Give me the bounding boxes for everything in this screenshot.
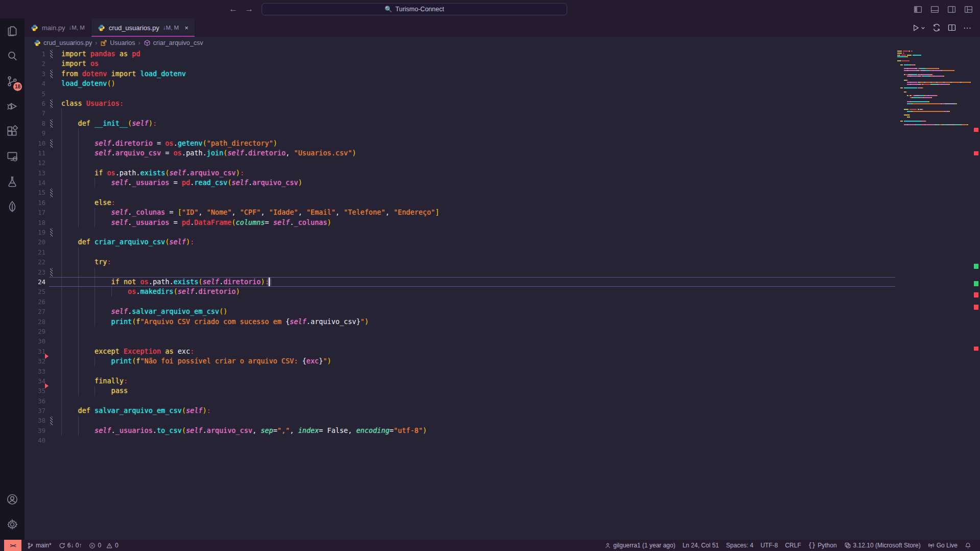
code-line[interactable]: 40 xyxy=(25,435,895,445)
line-number[interactable]: 33 xyxy=(25,366,49,376)
code-line[interactable]: 2import os xyxy=(25,59,895,68)
line-number[interactable]: 39 xyxy=(25,426,49,435)
line-number[interactable]: 13 xyxy=(25,168,49,178)
settings-gear-icon[interactable] xyxy=(0,512,25,537)
code-line[interactable]: 30 xyxy=(25,336,895,346)
code-line[interactable]: 11 self.arquivo_csv = os.path.join(self.… xyxy=(25,148,895,158)
code-line[interactable]: 1import pandas as pd xyxy=(25,49,895,59)
line-number[interactable]: 29 xyxy=(25,327,49,336)
code-line[interactable]: 32 print(f"Não foi possível criar o arqu… xyxy=(25,356,895,366)
code-line[interactable]: 8 def __init__(self): xyxy=(25,119,895,128)
editor-pane[interactable]: 1import pandas as pd2import os3from dote… xyxy=(25,49,980,540)
command-center-search[interactable]: 🔍 Turismo-Connect xyxy=(262,3,567,15)
line-number[interactable]: 9 xyxy=(25,128,49,138)
toggle-panel-icon[interactable] xyxy=(930,5,939,14)
split-editor-icon[interactable] xyxy=(948,24,956,32)
code-line[interactable]: 35 pass xyxy=(25,386,895,396)
code-line[interactable]: 17 self._colunas = ["ID", "Nome", "CPF",… xyxy=(25,208,895,217)
code-line[interactable]: 5 xyxy=(25,89,895,99)
line-number[interactable]: 19 xyxy=(25,227,49,237)
line-number[interactable]: 4 xyxy=(25,79,49,88)
code-line[interactable]: 20 def criar_arquivo_csv(self): xyxy=(25,237,895,247)
overview-ruler[interactable] xyxy=(973,49,980,540)
indentation-item[interactable]: Spaces: 4 xyxy=(722,540,757,551)
code-line[interactable]: 37 def salvar_arquivo_em_csv(self): xyxy=(25,406,895,416)
testing-icon[interactable] xyxy=(0,169,25,194)
remote-indicator[interactable]: >< xyxy=(4,540,21,551)
line-number[interactable]: 2 xyxy=(25,59,49,68)
line-number[interactable]: 40 xyxy=(25,435,49,445)
encoding-item[interactable]: UTF-8 xyxy=(757,540,781,551)
line-number[interactable]: 30 xyxy=(25,336,49,346)
code-line[interactable]: 22 try: xyxy=(25,257,895,267)
tab-close-icon[interactable]: × xyxy=(184,24,189,32)
remote-explorer-icon[interactable] xyxy=(0,144,25,169)
code-line[interactable]: 18 self._usuarios = pd.DataFrame(columns… xyxy=(25,218,895,227)
python-env-item[interactable]: 3.12.10 (Microsoft Store) xyxy=(841,540,924,551)
line-number[interactable]: 26 xyxy=(25,297,49,307)
git-sync-item[interactable]: 6↓ 0↑ xyxy=(55,540,86,551)
line-number[interactable]: 28 xyxy=(25,317,49,327)
code-line[interactable]: 14 self._usuarios = pd.read_csv(self.arq… xyxy=(25,178,895,188)
toggle-secondary-sidebar-icon[interactable] xyxy=(947,5,956,14)
line-number[interactable]: 22 xyxy=(25,257,49,267)
code-line[interactable]: 31 except Exception as exc: xyxy=(25,347,895,356)
line-number[interactable]: 18 xyxy=(25,218,49,227)
code-line[interactable]: 6class Usuarios: xyxy=(25,99,895,108)
code-line[interactable]: 19 xyxy=(25,227,895,237)
code-line[interactable]: 34 finally: xyxy=(25,376,895,386)
code-line[interactable]: 29 xyxy=(25,327,895,336)
line-number[interactable]: 24 xyxy=(25,277,49,287)
line-number[interactable]: 16 xyxy=(25,198,49,208)
line-number[interactable]: 6 xyxy=(25,99,49,108)
code-line[interactable]: 9 xyxy=(25,128,895,138)
language-mode-item[interactable]: {} Python xyxy=(805,540,841,551)
open-changes-icon[interactable] xyxy=(932,24,941,32)
line-number[interactable]: 17 xyxy=(25,208,49,217)
tab-crud-usuarios-py[interactable]: crud_usuarios.py ↓M, M × xyxy=(91,18,195,37)
line-number[interactable]: 36 xyxy=(25,396,49,406)
minimap[interactable] xyxy=(895,49,955,540)
breadcrumb-method[interactable]: criar_arquivo_csv xyxy=(144,39,203,47)
line-number[interactable]: 23 xyxy=(25,267,49,277)
code-line[interactable]: 28 print(f"Arquivo CSV criado com sucess… xyxy=(25,317,895,327)
explorer-icon[interactable] xyxy=(0,18,25,43)
line-number[interactable]: 14 xyxy=(25,178,49,188)
code-line[interactable]: 10 self.diretorio = os.getenv("path_dire… xyxy=(25,139,895,148)
run-python-file-button[interactable] xyxy=(912,24,925,32)
breadcrumb-file[interactable]: crud_usuarios.py xyxy=(34,39,92,47)
commit-author-item[interactable]: gilguerra1 (1 year ago) xyxy=(601,540,679,551)
problems-item[interactable]: 0 0 xyxy=(85,540,122,551)
code-line[interactable]: 24 if not os.path.exists(self.diretorio)… xyxy=(25,277,895,287)
line-number[interactable]: 21 xyxy=(25,247,49,257)
line-number[interactable]: 3 xyxy=(25,69,49,79)
code-line[interactable]: 12 xyxy=(25,158,895,168)
line-number[interactable]: 7 xyxy=(25,108,49,118)
breadcrumb-class[interactable]: Usuarios xyxy=(100,39,135,47)
code-line[interactable]: 21 xyxy=(25,247,895,257)
forward-icon[interactable]: → xyxy=(245,4,253,14)
code-line[interactable]: 33 xyxy=(25,366,895,376)
code-line[interactable]: 7 xyxy=(25,108,895,118)
line-number[interactable]: 11 xyxy=(25,148,49,158)
run-debug-icon[interactable] xyxy=(0,94,25,119)
accounts-icon[interactable] xyxy=(0,487,25,512)
code-line[interactable]: 25 os.makedirs(self.diretorio) xyxy=(25,287,895,296)
line-number[interactable]: 1 xyxy=(25,49,49,59)
search-view-icon[interactable] xyxy=(0,43,25,68)
more-actions-icon[interactable]: ⋯ xyxy=(963,23,972,33)
line-number[interactable]: 27 xyxy=(25,307,49,316)
code-line[interactable]: 4load_dotenv() xyxy=(25,79,895,88)
line-number[interactable]: 25 xyxy=(25,287,49,296)
line-number[interactable]: 5 xyxy=(25,89,49,99)
mongodb-leaf-icon[interactable] xyxy=(0,194,25,219)
cursor-position-item[interactable]: Ln 24, Col 51 xyxy=(679,540,722,551)
code-line[interactable]: 39 self._usuarios.to_csv(self.arquivo_cs… xyxy=(25,426,895,435)
code-line[interactable]: 38 xyxy=(25,416,895,425)
extensions-icon[interactable] xyxy=(0,119,25,144)
back-icon[interactable]: ← xyxy=(229,4,238,14)
line-number[interactable]: 10 xyxy=(25,139,49,148)
notifications-item[interactable] xyxy=(961,540,975,551)
line-number[interactable]: 38 xyxy=(25,416,49,425)
code-line[interactable]: 36 xyxy=(25,396,895,406)
